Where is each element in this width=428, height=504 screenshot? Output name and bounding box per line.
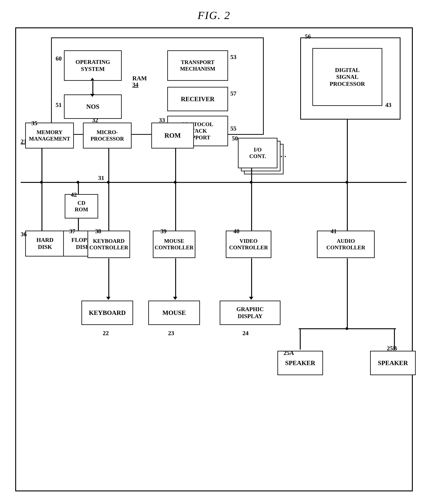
ref-53: 53 [230,53,236,60]
transport-mechanism-box: TRANSPORTMECHANISM [167,50,228,81]
cdrom-box: CDROM [65,194,98,218]
rom-box: ROM [151,123,194,148]
sp-dot [346,327,348,330]
kc-dot [107,181,110,184]
vc-box: VIDEOCONTROLLER [226,231,271,258]
ref-56: 56 [305,33,311,40]
fd-dot [77,181,79,184]
ref-24: 24 [242,330,248,337]
dots-io: . . [280,150,286,159]
ref-25b: 25B [387,345,397,352]
ref-36: 36 [21,231,27,238]
ref-51: 51 [56,101,62,109]
kb-box: KEYBOARD [82,301,133,325]
operating-system-box: OPERATINGSYSTEM [64,50,122,81]
ref-33: 33 [159,117,165,124]
outer-border: OPERATINGSYSTEM 60 NOS 51 TRANSPORTMECHA… [15,27,413,491]
arrow-os-nos-down [92,81,93,95]
ac-vline [347,182,348,231]
ram-number: 34 [132,81,138,88]
page-title: FIG. 2 [0,0,428,22]
ref-60: 60 [56,55,62,62]
arrowhead-kb [106,297,110,300]
arrowhead-gd [249,297,253,300]
ref-55: 55 [230,125,236,132]
ref-57: 57 [230,90,236,97]
arrowhead-mouse [173,297,177,300]
spb-box: SPEAKER [370,351,416,375]
mc-to-mouse-vline [175,258,176,298]
io-cont-box-1: I/OCONT. [238,138,277,168]
mc-vline [175,182,176,231]
ref-43: 43 [385,101,391,109]
mc-box: MOUSECONTROLLER [153,231,195,258]
ref-23: 23 [168,330,174,337]
mp-box: MICRO-PROCESSOR [83,123,132,148]
ram-container: OPERATINGSYSTEM 60 NOS 51 TRANSPORTMECHA… [51,37,264,135]
dsp-box: DIGITALSIGNALPROCESSOR [312,48,382,106]
ref-40: 40 [233,228,239,235]
ref-42: 42 [71,191,77,198]
ref-25a: 25A [283,349,294,356]
nos-box: NOS [64,94,122,119]
ref-35: 35 [31,120,37,127]
gd-box: GRAPHICDISPLAY [220,301,280,325]
ref-41: 41 [331,228,337,235]
mc-dot [174,181,177,184]
ac-to-sp-vline [347,258,348,328]
spa-vline [300,328,301,350]
io-vline [251,168,252,182]
kc-box: KEYBOARDCONTROLLER [88,231,130,258]
ref-31: 31 [98,174,104,181]
ref-22: 22 [103,330,109,337]
dsp-vline [347,119,348,183]
ref-50: 50 [232,135,238,142]
ref-38: 38 [95,228,101,235]
ref-39: 39 [160,228,166,235]
vc-vline [251,182,252,231]
arrowhead-down [90,94,94,97]
mouse-box: MOUSE [148,301,200,325]
receiver-box: RECEIVER [167,87,228,111]
kc-to-kb-vline [108,258,109,298]
ac-box: AUDIOCONTROLLER [317,231,375,258]
hd-vline [41,182,42,231]
ref-32: 32 [92,117,98,124]
vc-to-gd-vline [251,258,252,298]
arrowhead-up [90,78,94,81]
kc-vline [108,182,109,231]
hd-box: HARDDISK [25,231,65,256]
ref-37: 37 [69,228,75,235]
ram-label: RAM [132,75,147,82]
hd-dot [40,181,43,184]
